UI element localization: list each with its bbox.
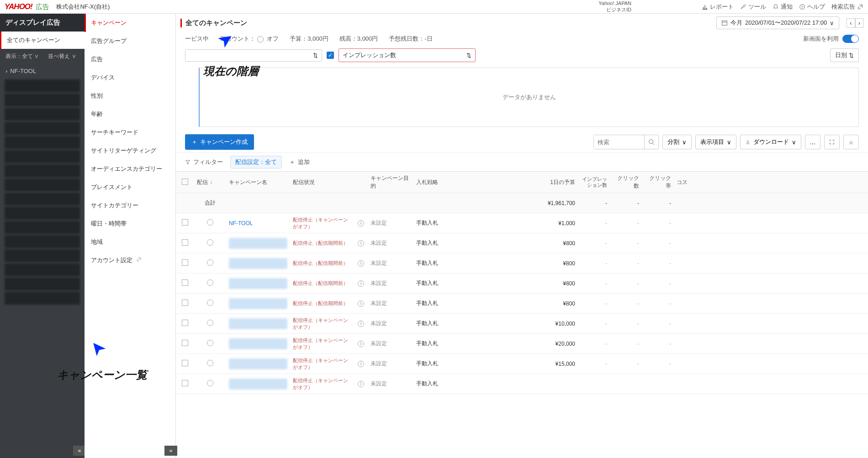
sort-filter[interactable]: 並べ替え ∨ (48, 53, 76, 60)
search-ads-link[interactable]: 検索広告 (831, 3, 863, 11)
split-button[interactable]: 分割 ∨ (662, 135, 692, 149)
add-filter-button[interactable]: ＋ 追加 (289, 158, 310, 166)
col-objective[interactable]: キャンペーン目的 (368, 172, 413, 193)
nav-device[interactable]: デバイス (85, 68, 175, 87)
next-period[interactable]: › (855, 18, 863, 28)
ctr-cell: - (642, 358, 674, 370)
nav-gender[interactable]: 性別 (85, 87, 175, 105)
row-checkbox[interactable] (182, 380, 188, 386)
help-link[interactable]: ? ヘルプ (799, 3, 825, 11)
notify-link[interactable]: 通知 (773, 3, 793, 11)
col-impressions[interactable]: インプレッション数 (578, 174, 610, 191)
nav-site-category[interactable]: サイトカテゴリー (85, 196, 175, 215)
nav-campaign[interactable]: キャンペーン (85, 14, 175, 32)
search-input[interactable] (594, 135, 644, 149)
plus-icon: ＋ (289, 158, 295, 166)
nav-adgroup[interactable]: 広告グループ (85, 32, 175, 50)
info-icon[interactable]: i (358, 260, 364, 267)
bid-cell: 手動入札 (413, 377, 528, 390)
tool-link[interactable]: ツール (740, 3, 766, 11)
col-campaign-name[interactable]: キャンペーン名 (226, 176, 290, 189)
campaign-name-cell[interactable]: NF-TOOL (226, 217, 290, 229)
metric-checkbox[interactable]: ✓ (327, 52, 334, 59)
col-budget[interactable]: 1日の予算 (528, 176, 578, 189)
info-icon[interactable]: i (358, 361, 364, 367)
nav-region[interactable]: 地域 (85, 233, 175, 251)
prev-period[interactable]: ‹ (847, 18, 855, 28)
delivery-filter[interactable]: 配信設定：全て (230, 156, 282, 168)
select-all-checkbox[interactable] (182, 179, 188, 185)
info-icon[interactable]: i (358, 321, 364, 327)
nav-dayhour[interactable]: 曜日・時間帯 (85, 215, 175, 233)
info-icon[interactable]: i (358, 300, 364, 307)
info-icon[interactable]: i (358, 341, 364, 347)
row-checkbox[interactable] (182, 219, 188, 226)
display-filter[interactable]: 表示：全て ∨ (5, 53, 39, 60)
delivery-toggle[interactable] (207, 320, 213, 326)
collapse-sidebar1[interactable]: « (73, 446, 86, 456)
status-cell: 配信停止（配信期間前） (290, 257, 354, 269)
delivery-toggle[interactable] (207, 239, 213, 246)
delivery-toggle[interactable] (207, 279, 213, 286)
metric-selector-2[interactable]: インプレッション数⇅ (339, 48, 476, 62)
chevron-down-icon: ∨ (792, 139, 796, 146)
nav-age[interactable]: 年齢 (85, 105, 175, 123)
delivery-toggle[interactable] (207, 219, 213, 226)
display-items-button[interactable]: 表示項目 ∨ (695, 135, 736, 149)
collapse-up-button[interactable] (843, 135, 859, 149)
col-ctr[interactable]: クリック率 (642, 172, 674, 193)
tree-item-nftool[interactable]: › NF-TOOL (0, 64, 85, 78)
objective-cell: 未設定 (368, 317, 413, 330)
granularity-selector[interactable]: 日別⇅ (830, 48, 859, 62)
nav-ads[interactable]: 広告 (85, 50, 175, 68)
nav-audience[interactable]: オーディエンスカテゴリー (85, 160, 175, 178)
search-button[interactable] (644, 135, 658, 149)
row-checkbox[interactable] (182, 259, 188, 266)
col-delivery[interactable]: 配信↓ (194, 176, 226, 189)
date-range-picker[interactable]: 今月 2020/07/01〜2020/07/22 17:00 ∨ (716, 16, 839, 29)
more-button[interactable]: … (805, 135, 820, 149)
collapse-sidebar2[interactable]: « (164, 446, 177, 456)
logo[interactable]: YAHOO! 広告 (5, 2, 49, 11)
nav-retargeting[interactable]: サイトリターゲティング (85, 142, 175, 160)
delivery-toggle[interactable] (207, 259, 213, 266)
row-checkbox[interactable] (182, 340, 188, 346)
annotation-label-1: 現在の階層 (203, 64, 259, 79)
col-bid[interactable]: 入札戦略 (413, 176, 528, 189)
company-name[interactable]: 株式会社NF-X(自社) (56, 3, 110, 11)
row-checkbox[interactable] (182, 279, 188, 286)
balance-text: 残高：3,000円 (339, 35, 378, 43)
nav-account-settings[interactable]: アカウント設定 (85, 251, 175, 269)
imp-cell: - (578, 278, 610, 290)
row-checkbox[interactable] (182, 300, 188, 306)
metric-selector-1[interactable]: ⇅ (185, 49, 322, 62)
ctr-cell: - (642, 298, 674, 310)
nav-search-kw[interactable]: サーチキーワード (85, 123, 175, 142)
row-checkbox[interactable] (182, 320, 188, 326)
sort-icon: ⇅ (313, 52, 318, 59)
create-campaign-button[interactable]: ＋ キャンペーン作成 (185, 134, 254, 150)
row-checkbox[interactable] (182, 360, 188, 366)
info-icon[interactable]: i (358, 381, 364, 387)
col-cost[interactable]: コス (674, 176, 692, 189)
all-campaigns-nav[interactable]: 全てのキャンペーン (0, 32, 85, 49)
info-icon[interactable]: i (358, 280, 364, 287)
budget-cell: ¥1,000 (528, 217, 578, 229)
col-clicks[interactable]: クリック数 (610, 172, 642, 193)
report-link[interactable]: レポート (702, 3, 734, 11)
new-ui-toggle[interactable] (842, 35, 859, 43)
delivery-toggle[interactable] (207, 360, 213, 366)
nav-placement[interactable]: プレイスメント (85, 178, 175, 196)
table-row: NF-TOOL 配信停止（キャンペーンがオフ） i 未設定 手動入札 ¥1,00… (176, 213, 868, 233)
row-checkbox[interactable] (182, 239, 188, 246)
delivery-toggle[interactable] (207, 380, 213, 386)
info-icon[interactable]: i (358, 240, 364, 247)
page-title: 全てのキャンペーン (180, 19, 247, 27)
filter-button[interactable]: フィルター (185, 158, 223, 166)
download-button[interactable]: ダウンロード ∨ (740, 135, 801, 149)
delivery-toggle[interactable] (207, 300, 213, 306)
expand-button[interactable] (824, 135, 840, 149)
col-status[interactable]: 配信状況 (290, 176, 354, 189)
info-icon[interactable]: i (358, 220, 364, 226)
delivery-toggle[interactable] (207, 340, 213, 346)
